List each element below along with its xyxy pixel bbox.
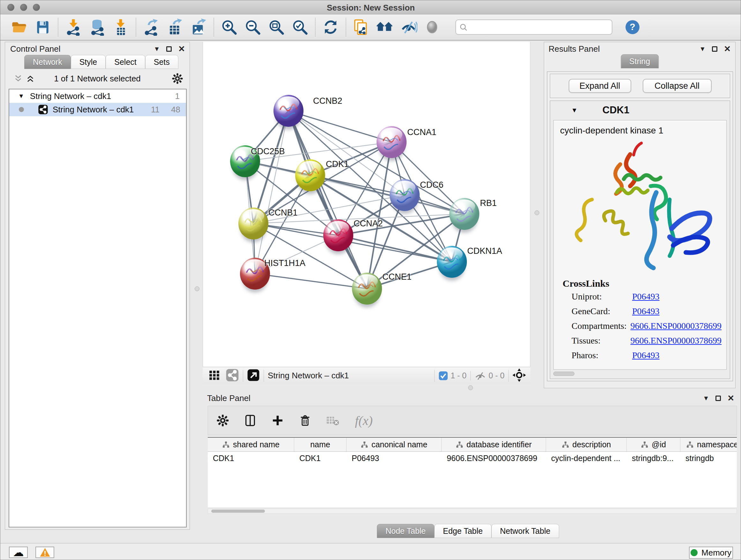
results-panel-close-icon[interactable]: ✕ xyxy=(724,45,731,53)
network-node-ccna1[interactable] xyxy=(377,126,407,158)
network-canvas[interactable]: CCNB2 CCNA1 CDC25B CDK1 CDC6 RB1 CCNB1 C… xyxy=(203,42,530,367)
memory-button[interactable]: Memory xyxy=(689,547,733,559)
control-panel-float-icon[interactable] xyxy=(166,46,172,52)
table-header-canonical-name[interactable]: canonical name xyxy=(347,438,442,451)
selected-count: 1 - 0 xyxy=(451,371,467,380)
houses-icon xyxy=(376,18,394,36)
cloud-button[interactable]: ☁ xyxy=(9,547,28,558)
tab-network-table[interactable]: Network Table xyxy=(491,524,559,538)
results-panel-float-icon[interactable] xyxy=(712,46,718,52)
table-header-name[interactable]: name xyxy=(294,438,347,451)
tab-style[interactable]: Style xyxy=(71,55,106,69)
left-splitter-handle[interactable] xyxy=(195,287,199,291)
search-input[interactable] xyxy=(455,19,612,35)
show-all-networks-button[interactable] xyxy=(373,16,397,38)
string-app-icon xyxy=(38,105,48,115)
table-panel-collapse-icon[interactable]: ▼ xyxy=(703,395,709,402)
open-session-button[interactable] xyxy=(7,16,31,38)
show-columns-button[interactable] xyxy=(241,412,259,429)
network-edge[interactable] xyxy=(255,273,367,289)
table-header-namespace[interactable]: namespace xyxy=(680,438,737,451)
table-row[interactable]: CDK1CDK1P064939606.ENSP00000378699cyclin… xyxy=(208,452,737,465)
control-panel-collapse-icon[interactable]: ▼ xyxy=(153,45,160,53)
tab-node-table[interactable]: Node Table xyxy=(377,524,434,538)
apply-layout-button[interactable] xyxy=(319,16,342,38)
results-panel-collapse-icon[interactable]: ▼ xyxy=(699,45,705,53)
zoom-out-button[interactable] xyxy=(241,16,265,38)
import-network-button[interactable] xyxy=(62,16,85,38)
network-row-selected[interactable]: String Network – cdk1 11 48 xyxy=(9,103,186,116)
network-edge[interactable] xyxy=(288,111,392,142)
network-node-cdc6[interactable] xyxy=(390,179,420,211)
node-label-ccne1: CCNE1 xyxy=(382,272,412,282)
zoom-in-button[interactable] xyxy=(217,16,241,38)
table-header--id[interactable]: @id xyxy=(627,438,680,451)
open-in-window-button[interactable] xyxy=(247,369,260,383)
warnings-button[interactable] xyxy=(36,547,54,558)
function-builder-button[interactable]: f(x) xyxy=(351,412,377,429)
network-node-rb1[interactable] xyxy=(449,198,479,230)
import-database-button[interactable] xyxy=(85,16,109,38)
show-eye-button[interactable] xyxy=(420,16,444,38)
table-hscrollbar[interactable] xyxy=(208,509,737,514)
crosslink-link[interactable]: P06493 xyxy=(632,292,660,306)
table-panel-close-icon[interactable]: ✕ xyxy=(727,394,734,402)
tree-expand-icon[interactable]: ▼ xyxy=(18,92,24,100)
export-table-button[interactable] xyxy=(163,16,187,38)
help-button[interactable]: ? xyxy=(621,16,644,38)
zoom-fit-button[interactable] xyxy=(265,16,288,38)
network-edge[interactable] xyxy=(338,235,452,262)
crosslink-link[interactable]: 9606.ENSP00000378699 xyxy=(630,321,722,335)
gear-icon[interactable] xyxy=(172,73,183,84)
network-collection-row[interactable]: ▼ String Network – cdk1 1 xyxy=(9,89,186,103)
selected-checkbox-icon[interactable] xyxy=(439,371,448,381)
network-node-ccne1[interactable] xyxy=(352,273,382,305)
hidden-eye-slash-icon[interactable] xyxy=(475,371,486,381)
export-network-button[interactable] xyxy=(139,16,163,38)
string-view-button[interactable] xyxy=(226,368,239,383)
network-node-ccnb2[interactable] xyxy=(273,95,304,127)
warning-icon xyxy=(40,548,51,557)
control-panel-close-icon[interactable]: ✕ xyxy=(178,45,185,53)
hide-glasses-button[interactable] xyxy=(397,16,420,38)
tab-network[interactable]: Network xyxy=(24,55,71,69)
table-hscrollbar-thumb[interactable] xyxy=(211,509,265,513)
clone-network-button[interactable] xyxy=(349,16,373,38)
table-header-shared-name[interactable]: shared name xyxy=(208,438,294,451)
table-header-description[interactable]: description xyxy=(546,438,627,451)
table-header-label: database identifier xyxy=(467,440,532,449)
add-column-button[interactable] xyxy=(269,412,286,429)
table-header-database-identifier[interactable]: database identifier xyxy=(442,438,546,451)
network-node-cdk1[interactable] xyxy=(295,159,325,191)
crosslink-link[interactable]: P06493 xyxy=(632,350,660,365)
right-splitter-handle[interactable] xyxy=(535,210,539,215)
network-node-ccna2[interactable] xyxy=(323,219,353,251)
zoom-selected-button[interactable] xyxy=(288,16,312,38)
export-image-button[interactable] xyxy=(187,16,210,38)
crosslink-link[interactable]: P06493 xyxy=(632,306,660,321)
import-table-button[interactable] xyxy=(109,16,132,38)
save-session-button[interactable] xyxy=(31,16,55,38)
fit-content-button[interactable] xyxy=(513,368,526,383)
protein-card-scrollbar[interactable] xyxy=(553,372,575,376)
tab-sets[interactable]: Sets xyxy=(145,55,179,69)
table-cell: CDK1 xyxy=(208,452,294,465)
tab-select[interactable]: Select xyxy=(106,55,145,69)
network-node-ccnb1[interactable] xyxy=(239,207,268,240)
table-panel-float-icon[interactable] xyxy=(716,395,721,401)
crosslink-row: Compartments:9606.ENSP00000378699 xyxy=(571,321,722,335)
crosslink-link[interactable]: 9606.ENSP00000378699 xyxy=(630,335,722,350)
clear-table-button[interactable] xyxy=(324,412,341,429)
control-panel-tabs: NetworkStyleSelectSets xyxy=(24,55,179,69)
delete-column-button[interactable] xyxy=(296,412,314,429)
protein-collapse-icon[interactable]: ▼ xyxy=(571,107,578,114)
expand-all-button[interactable]: Expand All xyxy=(569,79,631,93)
protein-squiggle xyxy=(273,95,304,127)
tab-edge-table[interactable]: Edge Table xyxy=(434,524,491,538)
horizontal-splitter-handle[interactable] xyxy=(468,385,473,390)
tab-string[interactable]: String xyxy=(621,54,659,68)
table-settings-button[interactable] xyxy=(214,412,232,429)
collapse-all-button[interactable]: Collapse All xyxy=(643,79,712,93)
birds-eye-view-button[interactable] xyxy=(208,368,221,383)
network-node-cdkn1a[interactable] xyxy=(437,246,467,278)
